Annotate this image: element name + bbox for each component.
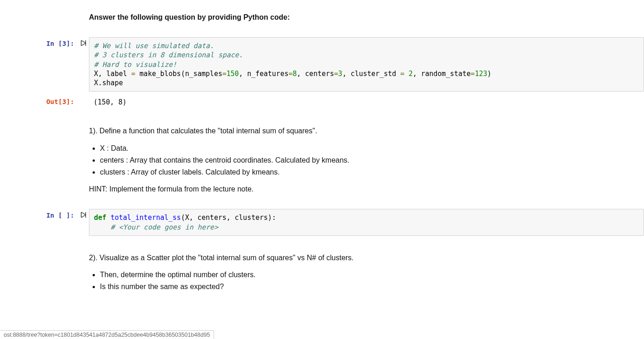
code-token: 123 (475, 70, 487, 78)
prompt-spacer (0, 248, 78, 251)
code-input-area-1[interactable]: # We will use simulated data. # 3 cluste… (89, 37, 644, 92)
code-token: = (222, 70, 226, 78)
output-prompt-1: Out[3]: (0, 95, 78, 105)
markdown-cell-heading: Answer the following question by providi… (0, 5, 644, 35)
list-item: Is this number the same as expected? (100, 281, 640, 292)
code-token: ) (487, 70, 491, 78)
code-token: = (400, 70, 404, 78)
run-button-1[interactable] (78, 37, 89, 47)
hint-text: HINT: Implement the formula from the lec… (89, 184, 640, 194)
markdown-cell-1: 1). Define a function that calculates th… (0, 119, 644, 204)
markdown-cell-2: 2). Visualize as a Scatter plot the "tot… (0, 246, 644, 302)
code-input-area-2[interactable]: def total_internal_ss(X, centers, cluste… (89, 209, 644, 236)
code-token: , random_state (413, 70, 470, 78)
run-icon (81, 40, 86, 47)
question-heading: Answer the following question by providi… (89, 12, 640, 22)
run-spacer (78, 248, 89, 251)
input-prompt-2: In [ ]: (0, 209, 78, 219)
code-cell-1[interactable]: In [3]: # We will use simulated data. # … (0, 35, 644, 93)
output-cell-1: Out[3]: (150, 8) (0, 93, 644, 111)
code-token: 8 (293, 70, 297, 78)
code-token: = (131, 70, 135, 78)
run-icon (81, 212, 86, 219)
markdown-content: Answer the following question by providi… (89, 7, 644, 33)
prompt-spacer (0, 121, 78, 124)
run-button-2[interactable] (78, 209, 89, 219)
question-2-list: Then, determine the optimal number of cl… (100, 269, 640, 292)
run-spacer (78, 7, 89, 10)
code-token: X, label (94, 70, 131, 78)
code-token: , cluster_std (342, 70, 400, 78)
code-token (94, 223, 110, 231)
code-line: # We will use simulated data. (94, 42, 214, 50)
question-2-text: 2). Visualize as a Scatter plot the "tot… (89, 252, 640, 263)
run-spacer (78, 95, 89, 98)
code-token: (X, centers, clusters): (181, 213, 276, 222)
prompt-spacer (0, 7, 78, 10)
input-prompt-1: In [3]: (0, 37, 78, 47)
list-item: centers : Array that contains the centro… (100, 155, 640, 165)
code-token: , n_features (239, 70, 288, 78)
code-token: # <Your code goes in here> (110, 223, 218, 231)
list-item: Then, determine the optimal number of cl… (100, 269, 640, 280)
code-line: X.shape (94, 79, 123, 87)
code-line: # 3 clusters in 8 dimensional space. (94, 51, 243, 59)
markdown-content-1: 1). Define a function that calculates th… (89, 121, 644, 202)
code-token: = (288, 70, 292, 78)
code-token: = (471, 70, 475, 78)
run-spacer (78, 121, 89, 124)
question-1-text: 1). Define a function that calculates th… (89, 126, 640, 136)
code-token: total_internal_ss (110, 213, 181, 222)
code-cell-2[interactable]: In [ ]: def total_internal_ss(X, centers… (0, 207, 644, 238)
list-item: clusters : Array of cluster labels. Calc… (100, 167, 640, 177)
code-token: make_blobs(n_samples (135, 70, 222, 78)
markdown-content-2: 2). Visualize as a Scatter plot the "tot… (89, 248, 644, 301)
code-token: = (334, 70, 338, 78)
question-1-list: X : Data. centers : Array that contains … (100, 143, 640, 178)
output-text: (150, 8) (89, 95, 644, 109)
code-line: # Hard to visualize! (94, 60, 177, 69)
output-area-1: (150, 8) (89, 95, 644, 109)
code-token: , centers (297, 70, 334, 78)
code-token (106, 213, 110, 222)
list-item: X : Data. (100, 143, 640, 153)
code-token: 150 (226, 70, 239, 78)
notebook-container: Answer the following question by providi… (0, 0, 644, 302)
code-token: def (94, 213, 106, 222)
code-token: 3 (338, 70, 342, 78)
